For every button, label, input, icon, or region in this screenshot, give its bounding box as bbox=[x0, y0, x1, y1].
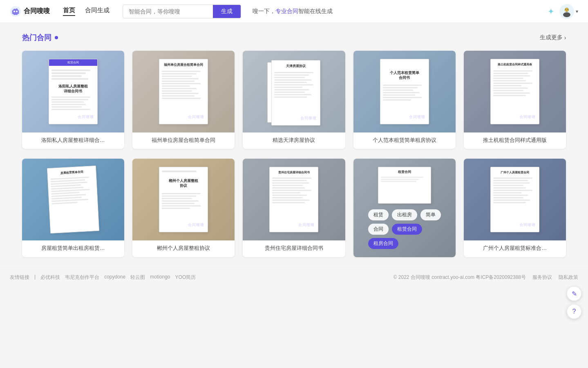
card-img-4: 个人范本租赁简单合同书 合同嗖嗖 bbox=[353, 51, 456, 132]
card-img-6: 房屋租赁简单合同 bbox=[22, 159, 124, 240]
tag-chip-contract: 合同 bbox=[368, 224, 389, 235]
header-promo: 嗖一下，专业合同智能在线生成 bbox=[253, 8, 333, 15]
card-img-5: 推土机租赁合同样式通用表 合同嗖嗖 bbox=[464, 51, 566, 132]
footer: 友情链接 | 必优科技 韦尼克创作平台 copydone 轻云图 motiong… bbox=[0, 267, 588, 287]
footer-link-qingyuntu[interactable]: 轻云图 bbox=[130, 274, 145, 281]
section-title: 热门合同 bbox=[22, 33, 51, 43]
search-area: 生成 bbox=[123, 4, 241, 18]
chevron-down-icon: ▾ bbox=[576, 9, 578, 14]
avatar-area[interactable]: ▾ bbox=[559, 4, 578, 19]
doc-thumb-6: 房屋租赁简单合同 bbox=[47, 166, 99, 233]
card-img-8: 贵州住宅房屋详细合同书 合同嗖嗖 bbox=[243, 159, 345, 240]
section-header: 热门合同 生成更多 › bbox=[22, 33, 566, 43]
card-label-1: 洛阳私人房屋整租详细合… bbox=[22, 132, 124, 149]
logo-icon bbox=[10, 6, 21, 17]
star-icon[interactable]: ✦ bbox=[548, 7, 554, 16]
card-bulldozer[interactable]: 推土机租赁合同样式通用表 合同嗖嗖 bbox=[464, 51, 566, 149]
tag-chip-rental-house: 出租房 bbox=[392, 209, 417, 220]
footer-link-weinike[interactable]: 韦尼克创作平台 bbox=[65, 274, 99, 281]
tag-chip-simple: 简单 bbox=[420, 209, 441, 220]
avatar bbox=[559, 4, 574, 19]
tag-chip-rental-contract[interactable]: 租赁合同 bbox=[392, 224, 422, 235]
svg-point-4 bbox=[563, 12, 570, 17]
doc-thumb-2: 福州单位房屋合租简单合同 合同嗖嗖 bbox=[159, 59, 208, 124]
card-label-2: 福州单位房屋合租简单合同 bbox=[132, 132, 235, 149]
float-edit-btn[interactable]: ✎ bbox=[567, 286, 581, 301]
doc-thumb-1: 租赁合同 洛阳私人房屋整租详细合同书 合同嗖嗖 bbox=[49, 59, 98, 124]
card-img-3: 天津房屋协议 合同嗖嗖 bbox=[243, 51, 345, 132]
generate-more-link[interactable]: 生成更多 › bbox=[540, 34, 566, 41]
card-rental-tags[interactable]: 租赁合同 租赁 出租房 简单 合同 租赁合同 bbox=[353, 159, 456, 257]
nav-links: 首页 合同生成 bbox=[63, 7, 110, 16]
card-tianjin[interactable]: 天津房屋协议 合同嗖嗖 bbox=[243, 51, 345, 149]
footer-right: © 2022 合同嗖嗖 contract.yoo-ai.com 粤ICP备202… bbox=[393, 274, 578, 281]
cards-row-1: 租赁合同 洛阳私人房屋整租详细合同书 合同嗖嗖 bbox=[22, 51, 566, 149]
search-input[interactable] bbox=[123, 6, 213, 17]
doc-thumb-7: 郴州个人房屋整租协议 合同嗖嗖 bbox=[159, 167, 208, 232]
arrow-right-icon: › bbox=[564, 34, 566, 41]
card-label-10: 广州个人房屋租赁标准合… bbox=[464, 240, 566, 257]
doc-thumb-5: 推土机租赁合同样式通用表 合同嗖嗖 bbox=[490, 59, 539, 124]
card-label-5: 推土机租赁合同样式通用版 bbox=[464, 132, 566, 149]
footer-link-biyou[interactable]: 必优科技 bbox=[40, 274, 60, 281]
card-label-3: 精选天津房屋协议 bbox=[243, 132, 345, 149]
svg-point-7 bbox=[567, 9, 568, 10]
tag-chip-rental: 租赁 bbox=[368, 209, 389, 220]
main-content: 热门合同 生成更多 › 租赁合同 洛阳私人房屋整租详细合同书 bbox=[12, 23, 576, 257]
tags-row-2: 合同 租赁合同 bbox=[368, 224, 441, 235]
footer-link-copydone[interactable]: copydone bbox=[104, 274, 125, 281]
card-img-10: 广州个人房屋租赁合同 合同嗖嗖 bbox=[464, 159, 566, 240]
footer-privacy-link[interactable]: 隐私政策 bbox=[559, 274, 578, 281]
card-label-6: 房屋租赁简单出租房租赁… bbox=[22, 240, 124, 257]
doc-thumb-9-bg: 租赁合同 bbox=[378, 167, 431, 204]
doc-stack-3: 天津房屋协议 合同嗖嗖 bbox=[269, 60, 318, 123]
tags-row-3: 租房合同 bbox=[368, 238, 441, 249]
card-guangzhou[interactable]: 广州个人房屋租赁合同 合同嗖嗖 bbox=[464, 159, 566, 257]
card-img-2: 福州单位房屋合租简单合同 合同嗖嗖 bbox=[132, 51, 235, 132]
card-label-8: 贵州住宅房屋详细合同书 bbox=[243, 240, 345, 257]
title-dot bbox=[55, 36, 58, 39]
footer-link-yoojianli[interactable]: YOO简历 bbox=[175, 274, 196, 281]
footer-link-motiongo[interactable]: motiongo bbox=[150, 274, 170, 281]
svg-point-2 bbox=[16, 11, 18, 12]
float-buttons: ✎ ? bbox=[567, 286, 581, 319]
footer-copyright: © 2022 合同嗖嗖 contract.yoo-ai.com 粤ICP备202… bbox=[393, 274, 526, 281]
header-right: ✦ ▾ bbox=[548, 4, 578, 19]
card-label-4: 个人范本租赁简单租房协议 bbox=[353, 132, 456, 149]
doc-thumb-10: 广州个人房屋租赁合同 合同嗖嗖 bbox=[490, 167, 539, 232]
section-title-area: 热门合同 bbox=[22, 33, 58, 43]
cards-row-2: 房屋租赁简单合同 bbox=[22, 159, 566, 257]
card-fuzhou[interactable]: 福州单位房屋合租简单合同 合同嗖嗖 bbox=[132, 51, 235, 149]
svg-point-6 bbox=[566, 9, 566, 10]
float-help-btn[interactable]: ? bbox=[567, 304, 581, 319]
card-img-1: 租赁合同 洛阳私人房屋整租详细合同书 合同嗖嗖 bbox=[22, 51, 124, 132]
card-guizhou[interactable]: 贵州住宅房屋详细合同书 合同嗖嗖 bbox=[243, 159, 345, 257]
card-luoyang[interactable]: 租赁合同 洛阳私人房屋整租详细合同书 合同嗖嗖 bbox=[22, 51, 124, 149]
doc-thumb-4: 个人范本租赁简单合同书 合同嗖嗖 bbox=[380, 59, 429, 124]
svg-point-1 bbox=[13, 11, 15, 12]
logo[interactable]: 合同嗖嗖 bbox=[10, 6, 50, 17]
card-rental-simple[interactable]: 房屋租赁简单合同 bbox=[22, 159, 124, 257]
doc-thumb-8: 贵州住宅房屋详细合同书 合同嗖嗖 bbox=[269, 167, 318, 232]
tags-row-1: 租赁 出租房 简单 bbox=[368, 209, 441, 220]
search-button[interactable]: 生成 bbox=[213, 5, 241, 18]
footer-links-left: 友情链接 | 必优科技 韦尼克创作平台 copydone 轻云图 motiong… bbox=[10, 274, 196, 281]
nav-generate[interactable]: 合同生成 bbox=[85, 7, 110, 16]
header: 合同嗖嗖 首页 合同生成 生成 嗖一下，专业合同智能在线生成 ✦ ▾ bbox=[0, 0, 588, 23]
card-chenzhou[interactable]: 郴州个人房屋整租协议 合同嗖嗖 郴州个人房屋整租协议 bbox=[132, 159, 235, 257]
card-img-7: 郴州个人房屋整租协议 合同嗖嗖 bbox=[132, 159, 235, 240]
logo-text: 合同嗖嗖 bbox=[24, 7, 50, 16]
card-personal-template[interactable]: 个人范本租赁简单合同书 合同嗖嗖 个人范本租赁简单租房协议 bbox=[353, 51, 456, 149]
nav-home[interactable]: 首页 bbox=[63, 7, 75, 16]
tag-chip-house-contract[interactable]: 租房合同 bbox=[368, 238, 398, 249]
footer-service-link[interactable]: 服务协议 bbox=[532, 274, 552, 281]
card-label-7: 郴州个人房屋整租协议 bbox=[132, 240, 235, 257]
card-img-9: 租赁合同 租赁 出租房 简单 合同 租赁合同 bbox=[353, 159, 456, 257]
